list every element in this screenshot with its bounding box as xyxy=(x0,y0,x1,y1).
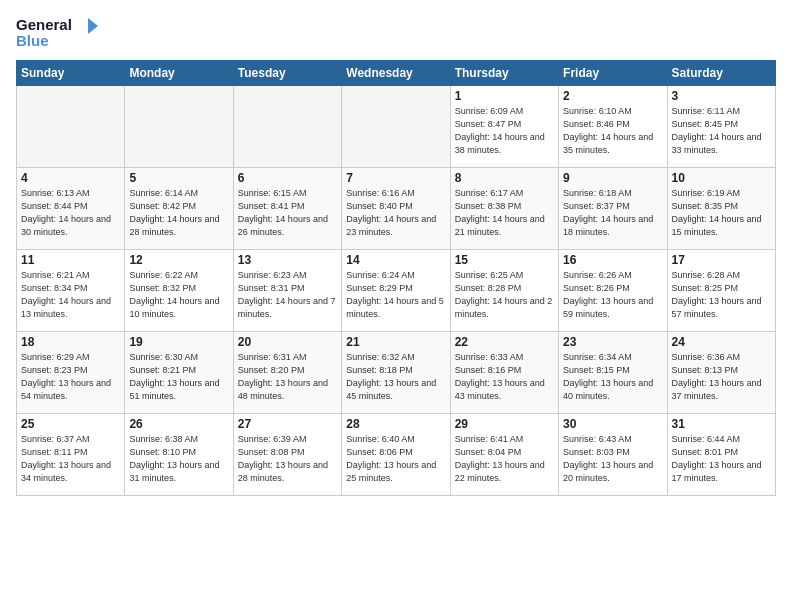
day-number: 28 xyxy=(346,417,445,431)
day-number: 1 xyxy=(455,89,554,103)
day-info: Sunrise: 6:37 AMSunset: 8:11 PMDaylight:… xyxy=(21,433,120,485)
day-number: 17 xyxy=(672,253,771,267)
empty-cell xyxy=(17,86,125,168)
day-number: 23 xyxy=(563,335,662,349)
day-info: Sunrise: 6:16 AMSunset: 8:40 PMDaylight:… xyxy=(346,187,445,239)
day-info: Sunrise: 6:18 AMSunset: 8:37 PMDaylight:… xyxy=(563,187,662,239)
day-cell-18: 18Sunrise: 6:29 AMSunset: 8:23 PMDayligh… xyxy=(17,332,125,414)
svg-text:Blue: Blue xyxy=(16,32,49,49)
day-number: 3 xyxy=(672,89,771,103)
day-cell-9: 9Sunrise: 6:18 AMSunset: 8:37 PMDaylight… xyxy=(559,168,667,250)
day-info: Sunrise: 6:44 AMSunset: 8:01 PMDaylight:… xyxy=(672,433,771,485)
day-info: Sunrise: 6:21 AMSunset: 8:34 PMDaylight:… xyxy=(21,269,120,321)
weekday-header-row: SundayMondayTuesdayWednesdayThursdayFrid… xyxy=(17,61,776,86)
day-cell-3: 3Sunrise: 6:11 AMSunset: 8:45 PMDaylight… xyxy=(667,86,775,168)
day-number: 27 xyxy=(238,417,337,431)
day-cell-6: 6Sunrise: 6:15 AMSunset: 8:41 PMDaylight… xyxy=(233,168,341,250)
day-number: 11 xyxy=(21,253,120,267)
header: GeneralBlue xyxy=(16,12,776,52)
day-number: 2 xyxy=(563,89,662,103)
svg-marker-2 xyxy=(88,18,98,34)
day-cell-23: 23Sunrise: 6:34 AMSunset: 8:15 PMDayligh… xyxy=(559,332,667,414)
day-cell-24: 24Sunrise: 6:36 AMSunset: 8:13 PMDayligh… xyxy=(667,332,775,414)
day-number: 31 xyxy=(672,417,771,431)
day-number: 9 xyxy=(563,171,662,185)
day-cell-22: 22Sunrise: 6:33 AMSunset: 8:16 PMDayligh… xyxy=(450,332,558,414)
day-number: 21 xyxy=(346,335,445,349)
day-number: 18 xyxy=(21,335,120,349)
day-cell-31: 31Sunrise: 6:44 AMSunset: 8:01 PMDayligh… xyxy=(667,414,775,496)
day-info: Sunrise: 6:36 AMSunset: 8:13 PMDaylight:… xyxy=(672,351,771,403)
day-number: 10 xyxy=(672,171,771,185)
day-info: Sunrise: 6:31 AMSunset: 8:20 PMDaylight:… xyxy=(238,351,337,403)
day-number: 7 xyxy=(346,171,445,185)
day-cell-8: 8Sunrise: 6:17 AMSunset: 8:38 PMDaylight… xyxy=(450,168,558,250)
empty-cell xyxy=(125,86,233,168)
day-info: Sunrise: 6:40 AMSunset: 8:06 PMDaylight:… xyxy=(346,433,445,485)
day-cell-7: 7Sunrise: 6:16 AMSunset: 8:40 PMDaylight… xyxy=(342,168,450,250)
day-cell-4: 4Sunrise: 6:13 AMSunset: 8:44 PMDaylight… xyxy=(17,168,125,250)
page-container: GeneralBlue SundayMondayTuesdayWednesday… xyxy=(0,0,792,612)
day-cell-19: 19Sunrise: 6:30 AMSunset: 8:21 PMDayligh… xyxy=(125,332,233,414)
day-number: 6 xyxy=(238,171,337,185)
day-cell-21: 21Sunrise: 6:32 AMSunset: 8:18 PMDayligh… xyxy=(342,332,450,414)
calendar-table: SundayMondayTuesdayWednesdayThursdayFrid… xyxy=(16,60,776,496)
day-cell-29: 29Sunrise: 6:41 AMSunset: 8:04 PMDayligh… xyxy=(450,414,558,496)
day-info: Sunrise: 6:33 AMSunset: 8:16 PMDaylight:… xyxy=(455,351,554,403)
weekday-header-friday: Friday xyxy=(559,61,667,86)
day-cell-13: 13Sunrise: 6:23 AMSunset: 8:31 PMDayligh… xyxy=(233,250,341,332)
day-info: Sunrise: 6:38 AMSunset: 8:10 PMDaylight:… xyxy=(129,433,228,485)
day-number: 25 xyxy=(21,417,120,431)
day-info: Sunrise: 6:24 AMSunset: 8:29 PMDaylight:… xyxy=(346,269,445,321)
day-number: 29 xyxy=(455,417,554,431)
weekday-header-saturday: Saturday xyxy=(667,61,775,86)
day-number: 19 xyxy=(129,335,228,349)
week-row-3: 11Sunrise: 6:21 AMSunset: 8:34 PMDayligh… xyxy=(17,250,776,332)
day-info: Sunrise: 6:34 AMSunset: 8:15 PMDaylight:… xyxy=(563,351,662,403)
weekday-header-thursday: Thursday xyxy=(450,61,558,86)
day-cell-25: 25Sunrise: 6:37 AMSunset: 8:11 PMDayligh… xyxy=(17,414,125,496)
day-info: Sunrise: 6:30 AMSunset: 8:21 PMDaylight:… xyxy=(129,351,228,403)
logo: GeneralBlue xyxy=(16,12,106,52)
day-info: Sunrise: 6:15 AMSunset: 8:41 PMDaylight:… xyxy=(238,187,337,239)
day-info: Sunrise: 6:09 AMSunset: 8:47 PMDaylight:… xyxy=(455,105,554,157)
day-info: Sunrise: 6:14 AMSunset: 8:42 PMDaylight:… xyxy=(129,187,228,239)
day-number: 13 xyxy=(238,253,337,267)
empty-cell xyxy=(233,86,341,168)
day-cell-11: 11Sunrise: 6:21 AMSunset: 8:34 PMDayligh… xyxy=(17,250,125,332)
weekday-header-wednesday: Wednesday xyxy=(342,61,450,86)
day-number: 16 xyxy=(563,253,662,267)
day-info: Sunrise: 6:39 AMSunset: 8:08 PMDaylight:… xyxy=(238,433,337,485)
day-info: Sunrise: 6:13 AMSunset: 8:44 PMDaylight:… xyxy=(21,187,120,239)
day-info: Sunrise: 6:32 AMSunset: 8:18 PMDaylight:… xyxy=(346,351,445,403)
day-info: Sunrise: 6:17 AMSunset: 8:38 PMDaylight:… xyxy=(455,187,554,239)
day-cell-10: 10Sunrise: 6:19 AMSunset: 8:35 PMDayligh… xyxy=(667,168,775,250)
day-cell-5: 5Sunrise: 6:14 AMSunset: 8:42 PMDaylight… xyxy=(125,168,233,250)
day-info: Sunrise: 6:22 AMSunset: 8:32 PMDaylight:… xyxy=(129,269,228,321)
week-row-5: 25Sunrise: 6:37 AMSunset: 8:11 PMDayligh… xyxy=(17,414,776,496)
day-cell-1: 1Sunrise: 6:09 AMSunset: 8:47 PMDaylight… xyxy=(450,86,558,168)
day-cell-14: 14Sunrise: 6:24 AMSunset: 8:29 PMDayligh… xyxy=(342,250,450,332)
day-number: 5 xyxy=(129,171,228,185)
week-row-4: 18Sunrise: 6:29 AMSunset: 8:23 PMDayligh… xyxy=(17,332,776,414)
day-cell-2: 2Sunrise: 6:10 AMSunset: 8:46 PMDaylight… xyxy=(559,86,667,168)
empty-cell xyxy=(342,86,450,168)
weekday-header-monday: Monday xyxy=(125,61,233,86)
day-info: Sunrise: 6:26 AMSunset: 8:26 PMDaylight:… xyxy=(563,269,662,321)
day-cell-26: 26Sunrise: 6:38 AMSunset: 8:10 PMDayligh… xyxy=(125,414,233,496)
svg-text:General: General xyxy=(16,16,72,33)
week-row-2: 4Sunrise: 6:13 AMSunset: 8:44 PMDaylight… xyxy=(17,168,776,250)
weekday-header-tuesday: Tuesday xyxy=(233,61,341,86)
day-info: Sunrise: 6:29 AMSunset: 8:23 PMDaylight:… xyxy=(21,351,120,403)
day-number: 30 xyxy=(563,417,662,431)
day-cell-16: 16Sunrise: 6:26 AMSunset: 8:26 PMDayligh… xyxy=(559,250,667,332)
weekday-header-sunday: Sunday xyxy=(17,61,125,86)
day-number: 22 xyxy=(455,335,554,349)
day-cell-27: 27Sunrise: 6:39 AMSunset: 8:08 PMDayligh… xyxy=(233,414,341,496)
day-info: Sunrise: 6:19 AMSunset: 8:35 PMDaylight:… xyxy=(672,187,771,239)
day-info: Sunrise: 6:11 AMSunset: 8:45 PMDaylight:… xyxy=(672,105,771,157)
logo-svg: GeneralBlue xyxy=(16,12,106,52)
day-number: 8 xyxy=(455,171,554,185)
day-number: 26 xyxy=(129,417,228,431)
day-cell-15: 15Sunrise: 6:25 AMSunset: 8:28 PMDayligh… xyxy=(450,250,558,332)
